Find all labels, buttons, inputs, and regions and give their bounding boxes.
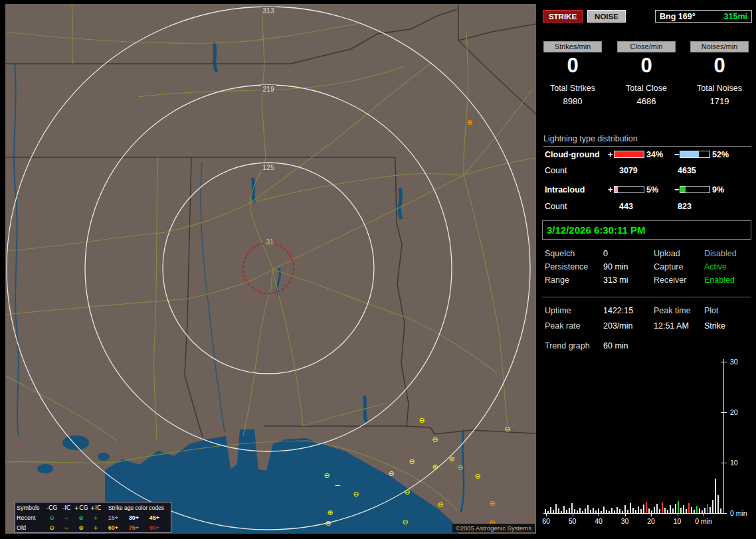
trend-bar bbox=[672, 508, 674, 513]
strike-symbol: ⊖ bbox=[409, 458, 415, 465]
range-value: 315mi bbox=[724, 12, 747, 21]
noises-per-min-button[interactable]: Noises/min bbox=[690, 41, 749, 52]
trend-bar bbox=[709, 507, 711, 513]
legend-old-row: Old⊖−⊕+60+75+90+ bbox=[15, 522, 171, 532]
trend-bar bbox=[696, 506, 698, 513]
legend-col-header: -CG bbox=[45, 504, 59, 511]
trend-bar bbox=[638, 506, 639, 513]
intracloud-negative-bar bbox=[680, 186, 710, 193]
trend-graph-row: Trend graph 60 min bbox=[543, 341, 753, 351]
trend-bar bbox=[569, 508, 570, 513]
legend-col-header: -IC bbox=[59, 504, 74, 511]
trend-bar bbox=[611, 508, 613, 513]
trend-bar bbox=[648, 508, 650, 513]
trend-bar bbox=[582, 511, 583, 513]
strike-symbol: − bbox=[334, 482, 340, 489]
settings-row: Range 313 mi Receiver Enabled bbox=[543, 275, 753, 285]
trend-bar bbox=[601, 511, 602, 513]
trend-bar bbox=[553, 510, 554, 513]
y-axis bbox=[723, 359, 724, 514]
plot-label: Plot bbox=[704, 306, 719, 315]
strike-symbol: ⊖ bbox=[353, 491, 359, 498]
strike-symbol: ⊕ bbox=[432, 463, 438, 471]
noise-button[interactable]: NOISE bbox=[587, 10, 626, 23]
x-axis-tick bbox=[651, 514, 652, 516]
trend-bar bbox=[595, 510, 597, 513]
intracloud-count-row: Count 443 823 bbox=[543, 202, 753, 211]
trend-bar bbox=[619, 509, 620, 513]
receiver-status: Enabled bbox=[704, 275, 735, 285]
peak-time-value: 12:51 AM bbox=[654, 321, 689, 331]
x-axis-tick-label: 20 bbox=[640, 517, 662, 525]
trend-bar bbox=[574, 509, 575, 513]
x-axis bbox=[543, 513, 724, 514]
strike-symbol: ⊖ bbox=[457, 464, 463, 471]
trend-bar bbox=[545, 509, 546, 513]
highways bbox=[5, 4, 536, 510]
strike-symbol: ⊖ bbox=[324, 472, 330, 479]
close-per-min-button[interactable]: Close/min bbox=[617, 41, 676, 52]
trend-bar bbox=[691, 507, 692, 513]
trend-bar bbox=[624, 505, 626, 513]
trend-bar bbox=[720, 508, 721, 513]
copyright: ©2005 Astrogenic Systems bbox=[452, 524, 535, 532]
capture-label: Capture bbox=[654, 262, 683, 271]
total-noises-label: Total Noises bbox=[690, 84, 749, 93]
trend-bar bbox=[577, 510, 578, 513]
trend-graph-label: Trend graph bbox=[545, 341, 590, 350]
toolbar: STRIKE NOISE Bng 169° 315mi bbox=[543, 10, 752, 23]
datetime-display: 3/12/2026 6:30:11 PM bbox=[542, 220, 751, 240]
lake bbox=[37, 464, 53, 473]
count-label: Count bbox=[545, 202, 567, 211]
trend-graph-window: 60 min bbox=[603, 341, 628, 350]
trend-bar bbox=[585, 508, 586, 513]
range-ring-label: 219 bbox=[261, 85, 276, 93]
trend-bar bbox=[598, 508, 599, 513]
trend-bar bbox=[712, 500, 713, 513]
trend-bar bbox=[643, 504, 644, 513]
divider bbox=[542, 297, 751, 297]
legend-strike-icon: − bbox=[59, 524, 74, 531]
count-label: Count bbox=[545, 166, 567, 175]
intracloud-positive-count: 443 bbox=[619, 202, 633, 211]
trend-bar bbox=[670, 505, 671, 513]
y-axis-tick-label: 0 min bbox=[730, 509, 747, 517]
bearing-range-display: Bng 169° 315mi bbox=[655, 10, 752, 23]
trend-bar bbox=[635, 510, 636, 513]
total-strikes-label: Total Strikes bbox=[543, 84, 602, 93]
intracloud-label: Intracloud bbox=[545, 185, 585, 194]
cloud-ground-negative-bar bbox=[680, 151, 710, 158]
x-axis-tick-label: 50 bbox=[561, 517, 584, 525]
range-label: Range bbox=[545, 275, 569, 285]
trend-bar bbox=[664, 508, 666, 513]
close-per-min-value: 0 bbox=[617, 55, 676, 76]
radar-map[interactable]: 313 219 125 31 Symbols -CG -IC +CG +IC S… bbox=[5, 4, 536, 534]
capture-status: Active bbox=[704, 262, 727, 271]
close-counter-column: Close/min 0 Total Close 4686 bbox=[617, 41, 676, 106]
cloud-ground-negative-count: 4635 bbox=[678, 166, 696, 175]
strike-button[interactable]: STRIKE bbox=[543, 10, 583, 23]
x-axis-tick bbox=[704, 514, 704, 516]
trend-bar bbox=[555, 504, 557, 513]
strikes-per-min-button[interactable]: Strikes/min bbox=[543, 41, 602, 52]
cloud-ground-count-row: Count 3079 4635 bbox=[543, 166, 753, 175]
receiver-label: Receiver bbox=[654, 275, 686, 285]
legend-col-header: +IC bbox=[88, 504, 103, 511]
strike-symbol: ⊖ bbox=[419, 417, 425, 424]
legend-strike-icon: ⊖ bbox=[45, 524, 59, 531]
squelch-label: Squelch bbox=[545, 249, 575, 258]
x-axis-tick-label: 40 bbox=[587, 517, 610, 525]
distribution-title: Lightning type distribution bbox=[543, 134, 751, 147]
bearing-label: Bng 169° bbox=[660, 12, 696, 21]
stats-row: Peak rate 203/min 12:51 AM Strike bbox=[543, 321, 753, 331]
range-ring-label: 31 bbox=[264, 238, 275, 246]
trend-bar bbox=[616, 507, 618, 513]
peak-rate-label: Peak rate bbox=[545, 321, 581, 331]
legend-age-code: 30+ bbox=[124, 514, 144, 521]
range-ring-label: 125 bbox=[261, 163, 276, 171]
plus-sign: + bbox=[608, 185, 613, 194]
trend-bar bbox=[646, 502, 647, 513]
plus-sign: + bbox=[608, 150, 613, 159]
cloud-ground-negative-pct: 52% bbox=[712, 150, 729, 159]
trend-bar bbox=[609, 511, 610, 513]
